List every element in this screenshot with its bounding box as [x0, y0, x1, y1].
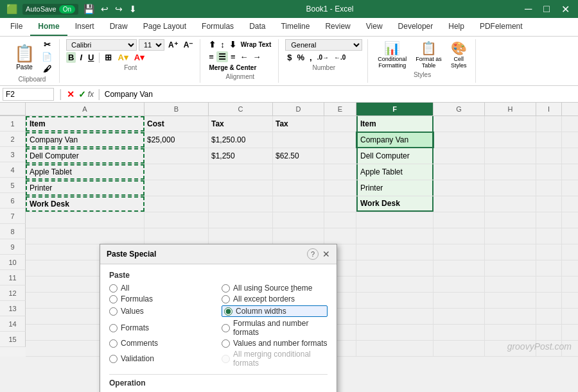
col-header-I[interactable]: I: [536, 103, 562, 115]
cell-I8[interactable]: [536, 228, 562, 244]
cell-B3[interactable]: [144, 148, 209, 164]
cell-C4[interactable]: [209, 164, 273, 180]
cell-I10[interactable]: [536, 260, 562, 276]
dialog-help-button[interactable]: ?: [307, 248, 319, 260]
cell-D1[interactable]: Tax: [273, 116, 324, 132]
format-as-table-button[interactable]: 📋 Format asTable: [412, 39, 445, 70]
cell-B6[interactable]: [144, 196, 209, 212]
align-middle-button[interactable]: ↕: [218, 39, 227, 50]
cell-A4[interactable]: Apple Tablet: [26, 164, 144, 180]
cell-G10[interactable]: [434, 260, 485, 276]
tab-developer[interactable]: Developer: [390, 18, 441, 36]
cell-I11[interactable]: [536, 277, 562, 292]
cell-H11[interactable]: [485, 277, 536, 292]
cell-D3[interactable]: $62.50: [273, 148, 324, 164]
font-shrink-button[interactable]: A⁻: [182, 40, 195, 50]
row-num-1[interactable]: 1: [0, 116, 26, 132]
cell-I9[interactable]: [536, 244, 562, 260]
tab-data[interactable]: Data: [241, 18, 273, 36]
cell-H4[interactable]: [485, 164, 536, 180]
cell-G13[interactable]: [434, 309, 485, 324]
cell-I7[interactable]: [536, 212, 562, 228]
cell-F10[interactable]: [356, 260, 434, 276]
cell-I5[interactable]: [536, 180, 562, 196]
row-num-10[interactable]: 10: [0, 255, 26, 270]
maximize-btn[interactable]: □: [540, 2, 553, 17]
cell-C8[interactable]: [209, 228, 273, 244]
row-num-5[interactable]: 5: [0, 178, 26, 193]
align-right-button[interactable]: ≡: [229, 51, 238, 62]
cell-B5[interactable]: [144, 180, 209, 196]
cell-I12[interactable]: [536, 293, 562, 308]
row-num-9[interactable]: 9: [0, 239, 26, 255]
indent-dec-button[interactable]: ←: [238, 51, 250, 62]
cell-H13[interactable]: [485, 309, 536, 324]
customize-icon[interactable]: ⬇: [128, 3, 138, 15]
cell-styles-button[interactable]: 🎨 CellStyles: [448, 39, 470, 70]
dialog-close-button[interactable]: ✕: [322, 249, 330, 259]
font-size-select[interactable]: 11: [139, 39, 164, 51]
cell-C3[interactable]: $1,250: [209, 148, 273, 164]
cell-B7[interactable]: [144, 212, 209, 228]
tab-view[interactable]: View: [358, 18, 390, 36]
radio-all[interactable]: All: [109, 284, 215, 293]
cell-F14[interactable]: [356, 325, 434, 340]
cell-E8[interactable]: [324, 228, 356, 244]
cell-G6[interactable]: [434, 196, 485, 212]
cell-A6[interactable]: Work Desk: [26, 196, 144, 212]
cell-G5[interactable]: [434, 180, 485, 196]
font-name-select[interactable]: Calibri: [66, 39, 137, 51]
undo-icon[interactable]: ↩: [100, 3, 110, 15]
cell-E4[interactable]: [324, 164, 356, 180]
row-num-3[interactable]: 3: [0, 147, 26, 162]
radio-column-widths[interactable]: Column widths: [222, 305, 328, 317]
col-header-A[interactable]: A: [26, 103, 144, 115]
radio-all-merging[interactable]: All merging conditional formats: [222, 350, 328, 368]
cell-B4[interactable]: [144, 164, 209, 180]
cell-F7[interactable]: [356, 212, 434, 228]
tab-file[interactable]: File: [3, 18, 30, 36]
radio-values-numbers[interactable]: Values and number formats: [222, 339, 328, 348]
cell-G8[interactable]: [434, 228, 485, 244]
row-num-12[interactable]: 12: [0, 285, 26, 301]
cell-H9[interactable]: [485, 244, 536, 260]
cell-G1[interactable]: [434, 116, 485, 132]
name-box[interactable]: [3, 88, 54, 101]
confirm-formula-button[interactable]: ✓: [76, 89, 88, 100]
cell-H8[interactable]: [485, 228, 536, 244]
cell-E2[interactable]: [324, 132, 356, 148]
cell-G12[interactable]: [434, 293, 485, 308]
copy-button[interactable]: 📄: [40, 51, 54, 62]
row-num-6[interactable]: 6: [0, 193, 26, 209]
cell-F5[interactable]: Printer: [356, 180, 434, 196]
cell-G7[interactable]: [434, 212, 485, 228]
cell-F13[interactable]: [356, 309, 434, 324]
cell-F2[interactable]: Company Van: [356, 132, 434, 148]
cell-F8[interactable]: [356, 228, 434, 244]
tab-formulas[interactable]: Formulas: [194, 18, 241, 36]
col-header-E[interactable]: E: [324, 103, 356, 115]
cell-H10[interactable]: [485, 260, 536, 276]
row-num-11[interactable]: 11: [0, 270, 26, 285]
underline-button[interactable]: U: [86, 52, 96, 63]
cell-E7[interactable]: [324, 212, 356, 228]
radio-validation[interactable]: Validation: [109, 350, 215, 368]
row-num-4[interactable]: 4: [0, 162, 26, 178]
conditional-formatting-button[interactable]: 📊 ConditionalFormatting: [374, 39, 410, 70]
merge-center-button[interactable]: Merge & Center: [207, 64, 258, 72]
cell-H1[interactable]: [485, 116, 536, 132]
cell-F12[interactable]: [356, 293, 434, 308]
paste-button[interactable]: 📋 Paste: [10, 41, 39, 73]
number-format-select[interactable]: General: [285, 39, 362, 51]
cell-B8[interactable]: [144, 228, 209, 244]
cell-A3[interactable]: Dell Computer: [26, 148, 144, 164]
tab-review[interactable]: Review: [317, 18, 358, 36]
cell-I3[interactable]: [536, 148, 562, 164]
tab-timeline[interactable]: Timeline: [273, 18, 317, 36]
cell-G11[interactable]: [434, 277, 485, 292]
autosave-toggle[interactable]: AutoSave On: [22, 4, 78, 15]
col-header-C[interactable]: C: [209, 103, 273, 115]
align-bottom-button[interactable]: ⬇: [227, 39, 238, 50]
cell-F15[interactable]: [356, 341, 434, 356]
font-color-button[interactable]: A▾: [132, 52, 146, 63]
